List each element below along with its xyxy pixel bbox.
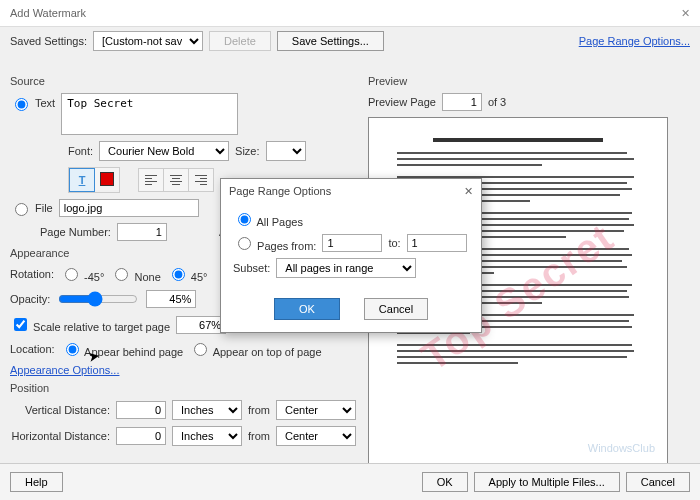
preview-page-input[interactable] [442, 93, 482, 111]
apply-multiple-button[interactable]: Apply to Multiple Files... [474, 472, 620, 492]
text-style-toolbar: T [68, 167, 120, 193]
location-behind[interactable]: Appear behind page [61, 340, 184, 358]
saved-settings-label: Saved Settings: [10, 35, 87, 47]
align-toolbar [138, 168, 214, 192]
pages-to-label: to: [388, 237, 400, 249]
cursor-icon: ➤ [87, 347, 102, 365]
horizontal-distance-label: Horizontal Distance: [10, 430, 110, 442]
source-heading: Source [10, 75, 356, 87]
font-label: Font: [68, 145, 93, 157]
text-radio[interactable]: Text [10, 95, 55, 111]
titlebar: Add Watermark ✕ [0, 0, 700, 27]
location-ontop[interactable]: Appear on top of page [189, 340, 321, 358]
align-left-button[interactable] [139, 169, 164, 191]
subset-select[interactable]: All pages in range [276, 258, 416, 278]
text-radio-input[interactable] [15, 98, 28, 111]
rotation-label: Rotation: [10, 268, 54, 280]
scale-input[interactable] [176, 316, 226, 334]
horizontal-unit-select[interactable]: Inches [172, 426, 242, 446]
help-button[interactable]: Help [10, 472, 63, 492]
pages-from-input[interactable] [322, 234, 382, 252]
underline-button[interactable]: T [69, 168, 95, 192]
horizontal-from-label: from [248, 430, 270, 442]
align-right-button[interactable] [189, 169, 213, 191]
watermark-text-input[interactable]: Top Secret [61, 93, 238, 135]
opacity-label: Opacity: [10, 293, 50, 305]
save-settings-button[interactable]: Save Settings... [277, 31, 384, 51]
dialog-cancel-button[interactable]: Cancel [364, 298, 428, 320]
all-pages-radio[interactable]: All Pages [233, 210, 303, 228]
scale-checkbox[interactable]: Scale relative to target page [10, 315, 170, 334]
preview-of-label: of 3 [488, 96, 506, 108]
footer: Help OK Apply to Multiple Files... Cance… [0, 463, 700, 500]
page-range-dialog: Page Range Options ✕ All Pages Pages fro… [220, 178, 482, 333]
file-radio[interactable]: File [10, 200, 53, 216]
page-number-input[interactable] [117, 223, 167, 241]
pages-from-radio[interactable]: Pages from: [233, 234, 316, 252]
vertical-unit-select[interactable]: Inches [172, 400, 242, 420]
page-range-options-link[interactable]: Page Range Options... [579, 35, 690, 47]
location-label: Location: [10, 343, 55, 355]
rotation-neg45[interactable]: -45° [60, 265, 104, 283]
opacity-input[interactable] [146, 290, 196, 308]
dialog-ok-button[interactable]: OK [274, 298, 340, 320]
vertical-from-select[interactable]: Center [276, 400, 356, 420]
file-path-input[interactable] [59, 199, 199, 217]
page-number-label: Page Number: [40, 226, 111, 238]
pages-to-input[interactable] [407, 234, 467, 252]
color-swatch-icon [100, 172, 114, 186]
delete-button[interactable]: Delete [209, 31, 271, 51]
opacity-slider[interactable] [58, 291, 138, 307]
brand-watermark: WindowsClub [588, 442, 655, 454]
size-label: Size: [235, 145, 259, 157]
color-button[interactable] [95, 168, 119, 190]
horizontal-distance-input[interactable] [116, 427, 166, 445]
file-radio-input[interactable] [15, 203, 28, 216]
window-title: Add Watermark [10, 0, 86, 26]
font-select[interactable]: Courier New Bold [99, 141, 229, 161]
vertical-from-label: from [248, 404, 270, 416]
vertical-distance-label: Vertical Distance: [10, 404, 110, 416]
close-icon[interactable]: ✕ [681, 0, 690, 26]
rotation-none[interactable]: None [110, 265, 160, 283]
dialog-close-icon[interactable]: ✕ [464, 185, 473, 198]
subset-label: Subset: [233, 262, 270, 274]
preview-page-label: Preview Page [368, 96, 436, 108]
size-select[interactable] [266, 141, 306, 161]
align-center-button[interactable] [164, 169, 189, 191]
saved-settings-select[interactable]: [Custom-not saved] [93, 31, 203, 51]
position-heading: Position [10, 382, 356, 394]
ok-button[interactable]: OK [422, 472, 468, 492]
horizontal-from-select[interactable]: Center [276, 426, 356, 446]
vertical-distance-input[interactable] [116, 401, 166, 419]
preview-heading: Preview [368, 75, 690, 87]
rotation-pos45[interactable]: 45° [167, 265, 208, 283]
dialog-title: Page Range Options [229, 185, 331, 198]
appearance-options-link[interactable]: Appearance Options... [10, 364, 119, 376]
cancel-button[interactable]: Cancel [626, 472, 690, 492]
